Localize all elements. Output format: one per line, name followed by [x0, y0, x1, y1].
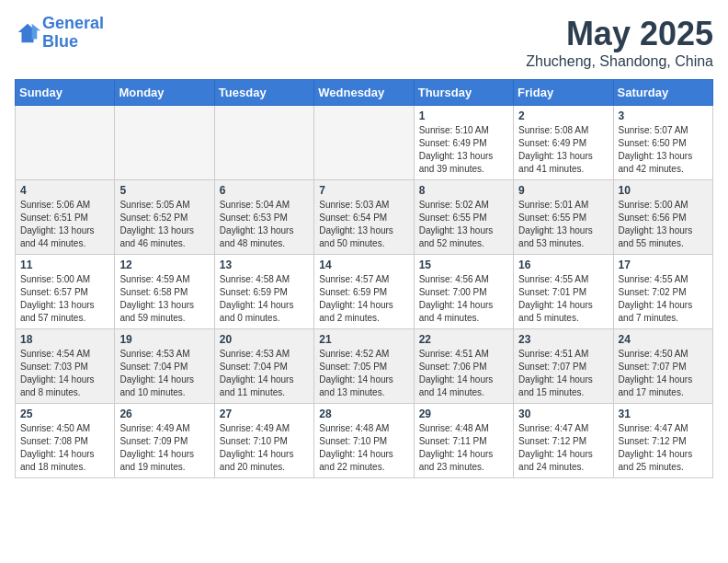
calendar-week-row: 25Sunrise: 4:50 AM Sunset: 7:08 PM Dayli…: [16, 404, 713, 478]
day-info: Sunrise: 5:02 AM Sunset: 6:55 PM Dayligh…: [419, 199, 508, 250]
location-subtitle: Zhucheng, Shandong, China: [526, 53, 713, 70]
calendar-cell: 26Sunrise: 4:49 AM Sunset: 7:09 PM Dayli…: [115, 404, 214, 478]
day-info: Sunrise: 5:04 AM Sunset: 6:53 PM Dayligh…: [220, 199, 309, 250]
day-number: 14: [319, 259, 408, 271]
calendar-cell: 22Sunrise: 4:51 AM Sunset: 7:06 PM Dayli…: [414, 329, 513, 404]
day-number: 17: [619, 259, 708, 271]
calendar-cell: 21Sunrise: 4:52 AM Sunset: 7:05 PM Dayli…: [314, 329, 414, 404]
calendar-header-row: SundayMondayTuesdayWednesdayThursdayFrid…: [16, 80, 713, 106]
calendar-cell: 9Sunrise: 5:01 AM Sunset: 6:55 PM Daylig…: [514, 180, 613, 255]
day-number: 23: [518, 333, 608, 346]
calendar-cell: 10Sunrise: 5:00 AM Sunset: 6:56 PM Dayli…: [613, 180, 712, 255]
day-info: Sunrise: 5:00 AM Sunset: 6:57 PM Dayligh…: [20, 273, 109, 325]
title-block: May 2025 Zhucheng, Shandong, China: [526, 15, 713, 70]
calendar-week-row: 11Sunrise: 5:00 AM Sunset: 6:57 PM Dayli…: [16, 255, 713, 329]
calendar-cell: 18Sunrise: 4:54 AM Sunset: 7:03 PM Dayli…: [16, 329, 115, 404]
calendar-cell: 5Sunrise: 5:05 AM Sunset: 6:52 PM Daylig…: [115, 180, 214, 255]
day-info: Sunrise: 5:00 AM Sunset: 6:56 PM Dayligh…: [619, 199, 708, 250]
day-number: 26: [119, 408, 209, 420]
day-number: 6: [220, 184, 309, 197]
day-info: Sunrise: 5:08 AM Sunset: 6:49 PM Dayligh…: [518, 124, 608, 176]
calendar-cell: 29Sunrise: 4:48 AM Sunset: 7:11 PM Dayli…: [414, 404, 513, 478]
calendar-cell: [214, 106, 313, 180]
day-info: Sunrise: 4:52 AM Sunset: 7:05 PM Dayligh…: [319, 348, 408, 399]
day-info: Sunrise: 4:51 AM Sunset: 7:06 PM Dayligh…: [419, 348, 508, 399]
calendar-cell: 19Sunrise: 4:53 AM Sunset: 7:04 PM Dayli…: [115, 329, 214, 404]
calendar-cell: 13Sunrise: 4:58 AM Sunset: 6:59 PM Dayli…: [214, 255, 313, 329]
day-info: Sunrise: 4:48 AM Sunset: 7:11 PM Dayligh…: [419, 422, 508, 474]
calendar-week-row: 1Sunrise: 5:10 AM Sunset: 6:49 PM Daylig…: [16, 106, 713, 180]
day-number: 10: [619, 184, 708, 197]
calendar-cell: 17Sunrise: 4:55 AM Sunset: 7:02 PM Dayli…: [613, 255, 712, 329]
day-of-week-header: Wednesday: [314, 80, 414, 106]
day-of-week-header: Monday: [115, 80, 214, 106]
day-number: 9: [518, 184, 608, 197]
day-number: 27: [220, 408, 309, 420]
day-number: 2: [518, 109, 608, 122]
calendar-table: SundayMondayTuesdayWednesdayThursdayFrid…: [15, 79, 713, 478]
day-info: Sunrise: 4:55 AM Sunset: 7:01 PM Dayligh…: [518, 273, 608, 325]
day-number: 20: [220, 333, 309, 346]
calendar-cell: 28Sunrise: 4:48 AM Sunset: 7:10 PM Dayli…: [314, 404, 414, 478]
calendar-cell: 15Sunrise: 4:56 AM Sunset: 7:00 PM Dayli…: [414, 255, 513, 329]
day-info: Sunrise: 4:50 AM Sunset: 7:07 PM Dayligh…: [619, 348, 708, 399]
calendar-cell: 7Sunrise: 5:03 AM Sunset: 6:54 PM Daylig…: [314, 180, 414, 255]
logo-icon: [15, 20, 40, 46]
logo: General Blue: [15, 15, 104, 52]
day-info: Sunrise: 5:06 AM Sunset: 6:51 PM Dayligh…: [20, 199, 109, 250]
day-info: Sunrise: 4:53 AM Sunset: 7:04 PM Dayligh…: [119, 348, 209, 399]
day-number: 19: [119, 333, 209, 346]
calendar-cell: 4Sunrise: 5:06 AM Sunset: 6:51 PM Daylig…: [16, 180, 115, 255]
day-info: Sunrise: 4:47 AM Sunset: 7:12 PM Dayligh…: [518, 422, 608, 474]
day-number: 18: [20, 333, 109, 346]
day-number: 22: [419, 333, 508, 346]
page-header: General Blue May 2025 Zhucheng, Shandong…: [15, 15, 713, 70]
day-number: 13: [220, 259, 309, 271]
day-number: 30: [518, 408, 608, 420]
day-of-week-header: Saturday: [613, 80, 712, 106]
day-of-week-header: Thursday: [414, 80, 513, 106]
day-info: Sunrise: 5:07 AM Sunset: 6:50 PM Dayligh…: [619, 124, 708, 176]
day-number: 12: [119, 259, 209, 271]
day-info: Sunrise: 4:48 AM Sunset: 7:10 PM Dayligh…: [319, 422, 408, 474]
calendar-cell: 6Sunrise: 5:04 AM Sunset: 6:53 PM Daylig…: [214, 180, 313, 255]
day-number: 4: [20, 184, 109, 197]
day-number: 11: [20, 259, 109, 271]
calendar-cell: 25Sunrise: 4:50 AM Sunset: 7:08 PM Dayli…: [16, 404, 115, 478]
calendar-cell: 3Sunrise: 5:07 AM Sunset: 6:50 PM Daylig…: [613, 106, 712, 180]
day-number: 16: [518, 259, 608, 271]
day-info: Sunrise: 4:47 AM Sunset: 7:12 PM Dayligh…: [619, 422, 708, 474]
calendar-cell: 8Sunrise: 5:02 AM Sunset: 6:55 PM Daylig…: [414, 180, 513, 255]
day-info: Sunrise: 4:59 AM Sunset: 6:58 PM Dayligh…: [119, 273, 209, 325]
day-info: Sunrise: 4:58 AM Sunset: 6:59 PM Dayligh…: [220, 273, 309, 325]
day-info: Sunrise: 5:10 AM Sunset: 6:49 PM Dayligh…: [419, 124, 508, 176]
day-of-week-header: Sunday: [16, 80, 115, 106]
day-number: 5: [119, 184, 209, 197]
month-title: May 2025: [526, 15, 713, 53]
calendar-cell: 31Sunrise: 4:47 AM Sunset: 7:12 PM Dayli…: [613, 404, 712, 478]
day-of-week-header: Friday: [514, 80, 613, 106]
calendar-cell: 2Sunrise: 5:08 AM Sunset: 6:49 PM Daylig…: [514, 106, 613, 180]
day-number: 21: [319, 333, 408, 346]
calendar-cell: 27Sunrise: 4:49 AM Sunset: 7:10 PM Dayli…: [214, 404, 313, 478]
day-info: Sunrise: 4:49 AM Sunset: 7:09 PM Dayligh…: [119, 422, 209, 474]
logo-text: General Blue: [42, 15, 104, 52]
day-info: Sunrise: 5:01 AM Sunset: 6:55 PM Dayligh…: [518, 199, 608, 250]
day-info: Sunrise: 4:55 AM Sunset: 7:02 PM Dayligh…: [619, 273, 708, 325]
day-number: 8: [419, 184, 508, 197]
day-number: 7: [319, 184, 408, 197]
day-number: 28: [319, 408, 408, 420]
day-number: 15: [419, 259, 508, 271]
calendar-cell: 12Sunrise: 4:59 AM Sunset: 6:58 PM Dayli…: [115, 255, 214, 329]
day-info: Sunrise: 4:54 AM Sunset: 7:03 PM Dayligh…: [20, 348, 109, 399]
calendar-cell: [16, 106, 115, 180]
calendar-cell: [314, 106, 414, 180]
day-number: 24: [619, 333, 708, 346]
calendar-cell: 20Sunrise: 4:53 AM Sunset: 7:04 PM Dayli…: [214, 329, 313, 404]
calendar-cell: 14Sunrise: 4:57 AM Sunset: 6:59 PM Dayli…: [314, 255, 414, 329]
calendar-cell: 30Sunrise: 4:47 AM Sunset: 7:12 PM Dayli…: [514, 404, 613, 478]
day-info: Sunrise: 4:57 AM Sunset: 6:59 PM Dayligh…: [319, 273, 408, 325]
day-info: Sunrise: 4:53 AM Sunset: 7:04 PM Dayligh…: [220, 348, 309, 399]
calendar-cell: 16Sunrise: 4:55 AM Sunset: 7:01 PM Dayli…: [514, 255, 613, 329]
day-number: 29: [419, 408, 508, 420]
